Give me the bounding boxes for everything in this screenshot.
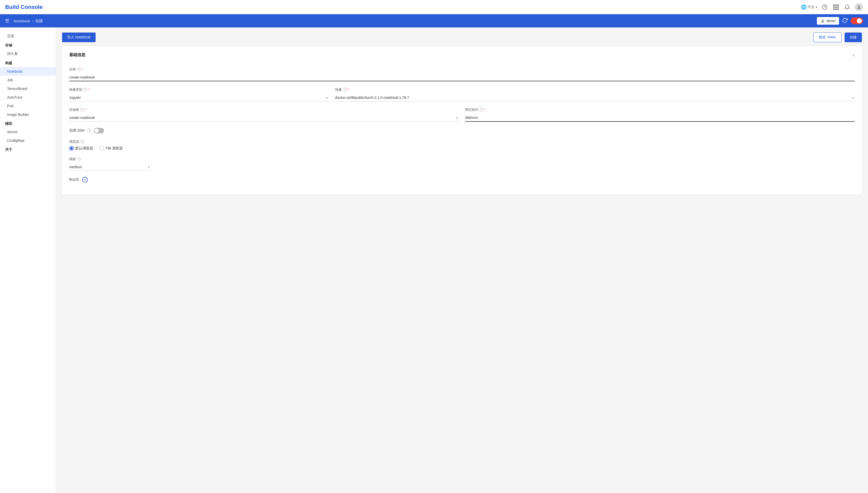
template-select[interactable]: medium [69,164,150,171]
sidebar-item-notebook-label: Notebook [7,69,22,73]
bind-path-help-icon[interactable]: ? [479,108,483,112]
sidebar-item-autotune[interactable]: AutoTune [0,93,56,102]
top-header: Build Console 🌐 中文 ▾ [0,0,868,14]
create-button[interactable]: 创建 [845,33,862,42]
breadcrumb-notebook[interactable]: Notebook [14,19,30,23]
app-title: Build Console [5,4,43,10]
image-type-select-wrap: Jupyter ▾ [69,94,329,101]
breadcrumb: Notebook › 创建 [14,19,43,23]
sidebar-item-configmap-label: ConfigMap [7,138,24,143]
sidebar-section-build: 构建 [0,59,56,67]
data-volume-row: 数据卷 + [69,177,855,183]
name-help-icon[interactable]: ? [77,67,81,71]
scheduler-t9k-option[interactable]: T9k 调度器 [99,146,123,151]
sidebar: 总览 存储 持久卷 构建 Notebook Job TensorBoard Au… [0,27,56,493]
menu-icon[interactable]: ☰ [5,18,9,24]
sidebar-item-notebook[interactable]: Notebook [0,67,56,76]
sidebar-item-secret[interactable]: Secret [0,128,56,136]
name-field-row: 名称 ? * [69,67,855,81]
scheduler-default-label: 默认调度器 [75,146,93,151]
storage-select-wrap: create-notebook ▾ [69,114,459,122]
image-type-label: 镜像类型 ? * [69,87,329,92]
sidebar-item-image-builder-label: Image Builder [7,112,29,116]
image-type-required: * [88,88,90,92]
image-select[interactable]: docker.io/t9kpublic/torch-2.1.0-notebook… [335,94,855,101]
image-label: 镜像 ? * [335,87,855,92]
sidebar-section-about: 关于 [0,145,56,153]
ssh-toggle[interactable] [94,128,104,133]
scheduler-default-option[interactable]: 默认调度器 [69,146,93,151]
scheduler-help-icon[interactable]: ? [80,140,84,144]
collapse-icon[interactable]: ∧ [852,53,855,57]
scheduler-t9k-label: T9k 调度器 [105,146,123,151]
storage-help-icon[interactable]: ? [80,108,84,112]
bind-path-field: 绑定路径 ? * [465,107,855,122]
storage-label: 存储卷 ? * [69,107,459,112]
translate-icon: 🌐 [801,4,806,10]
image-help-icon[interactable]: ? [343,88,347,92]
template-select-wrap: medium ▾ [69,164,150,171]
user-avatar[interactable] [855,3,863,11]
sidebar-item-configmap[interactable]: ConfigMap [0,136,56,145]
sidebar-item-job-label: Job [7,78,13,82]
image-type-field: 镜像类型 ? * Jupyter ▾ [69,87,329,101]
bell-icon[interactable] [844,4,851,11]
content-area: 导入 Notebook 预览 YAML 创建 基础信息 ∧ 名称 ? * [56,27,868,493]
svg-point-2 [858,5,860,7]
sidebar-item-pod[interactable]: Pod [0,102,56,110]
template-label: 模板 ? [69,157,855,162]
lang-label: 中文 [807,5,814,9]
refresh-icon[interactable] [842,18,848,24]
scheduler-t9k-radio[interactable] [99,146,104,151]
sidebar-item-overview-label: 总览 [7,34,14,38]
language-selector[interactable]: 🌐 中文 ▾ [801,4,817,10]
name-required: * [82,67,83,71]
image-type-help-icon[interactable]: ? [83,88,87,92]
storage-select[interactable]: create-notebook [69,114,459,122]
image-type-select[interactable]: Jupyter [69,94,329,101]
template-row: 模板 ? medium ▾ [69,157,855,171]
ssh-label: 启用 SSH [69,128,85,133]
scheduler-default-radio[interactable] [69,146,74,151]
storage-required: * [85,108,86,112]
data-volume-add-icon[interactable]: + [82,177,88,183]
sidebar-item-tensorboard[interactable]: TensorBoard [0,84,56,93]
sidebar-item-job[interactable]: Job [0,76,56,84]
toolbar: 导入 Notebook 预览 YAML 创建 [62,33,862,42]
storage-row: 存储卷 ? * create-notebook ▾ 绑定路径 ? [69,107,855,122]
main-layout: 总览 存储 持久卷 构建 Notebook Job TensorBoard Au… [0,27,868,493]
sidebar-item-pvc[interactable]: 持久卷 [0,49,56,59]
bind-path-label: 绑定路径 ? * [465,107,855,112]
image-field: 镜像 ? * docker.io/t9kpublic/torch-2.1.0-n… [335,87,855,101]
sidebar-item-pod-label: Pod [7,104,14,108]
sidebar-item-overview[interactable]: 总览 [0,31,56,41]
user-badge[interactable]: demo [817,17,839,25]
breadcrumb-separator: › [32,19,33,23]
form-card: 基础信息 ∧ 名称 ? * 镜像类型 ? * [62,46,862,195]
sidebar-item-tensorboard-label: TensorBoard [7,87,27,91]
help-icon[interactable] [821,4,828,11]
breadcrumb-create: 创建 [35,19,43,23]
toolbar-right: 预览 YAML 创建 [813,33,862,42]
section-header: 基础信息 ∧ [69,52,855,61]
name-input[interactable] [69,74,855,81]
template-help-icon[interactable]: ? [77,157,81,161]
scheduler-label: 调度器 ? [69,140,855,144]
sidebar-item-autotune-label: AutoTune [7,95,22,99]
image-required: * [348,88,349,92]
status-toggle[interactable] [851,18,863,24]
svg-point-3 [822,19,824,21]
user-badge-icon [821,19,825,23]
scheduler-row: 调度器 ? 默认调度器 T9k 调度器 [69,140,855,151]
section-title: 基础信息 [69,52,85,58]
ssh-help-icon[interactable]: ? [87,129,91,133]
nav-right: demo [817,17,863,25]
sidebar-item-image-builder[interactable]: Image Builder [0,110,56,119]
preview-yaml-button[interactable]: 预览 YAML [813,33,842,42]
user-badge-label: demo [827,19,835,23]
nav-bar: ☰ Notebook › 创建 demo [0,14,868,27]
bind-path-input[interactable] [465,114,855,122]
import-notebook-button[interactable]: 导入 Notebook [62,33,96,42]
apps-grid-icon[interactable] [832,4,840,11]
sidebar-section-storage: 存储 [0,41,56,49]
